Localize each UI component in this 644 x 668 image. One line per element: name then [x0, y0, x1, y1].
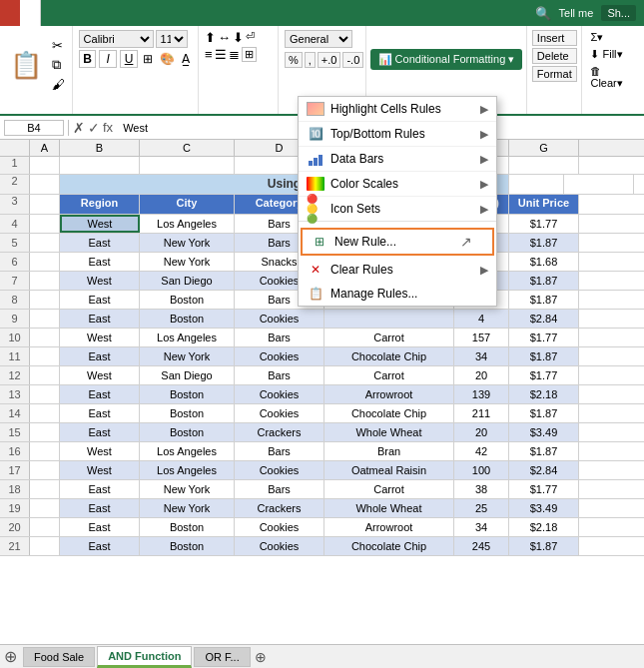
- cell[interactable]: $1.77: [509, 366, 579, 384]
- cell[interactable]: Chocolate Chip: [324, 347, 454, 365]
- tab-file[interactable]: [0, 0, 20, 26]
- cell[interactable]: [30, 347, 60, 365]
- cell[interactable]: Whole Wheat: [324, 423, 454, 441]
- cell-header-city[interactable]: City: [140, 195, 235, 214]
- cell[interactable]: New York: [140, 480, 235, 498]
- cell[interactable]: $2.84: [509, 310, 579, 328]
- wrap-text-button[interactable]: ⏎: [246, 30, 255, 45]
- cell[interactable]: 25: [454, 499, 509, 517]
- cell[interactable]: [30, 310, 60, 328]
- font-size-select[interactable]: 11: [156, 30, 188, 48]
- conditional-formatting-menu[interactable]: Highlight Cells Rules ▶ 🔟 Top/Bottom Rul…: [298, 96, 497, 307]
- cell[interactable]: $3.49: [509, 423, 579, 441]
- cell[interactable]: [30, 442, 60, 460]
- tab-insert[interactable]: [41, 0, 61, 26]
- cell[interactable]: [140, 157, 235, 174]
- cell[interactable]: Whole Wheat: [324, 499, 454, 517]
- cell[interactable]: New York: [140, 253, 235, 271]
- cell[interactable]: Bars: [235, 480, 324, 498]
- align-center-button[interactable]: ☰: [215, 47, 227, 62]
- tab-help[interactable]: [181, 0, 201, 26]
- cancel-formula-icon[interactable]: ✗: [73, 120, 85, 136]
- cell[interactable]: [30, 215, 60, 233]
- cell[interactable]: 34: [454, 518, 509, 536]
- cell[interactable]: 211: [454, 404, 509, 422]
- tab-view[interactable]: [141, 0, 161, 26]
- cell[interactable]: 245: [454, 537, 509, 555]
- sheet-tab-food-sale[interactable]: Food Sale: [23, 647, 95, 667]
- font-color-button[interactable]: A̲: [180, 52, 192, 66]
- delete-cells-button[interactable]: Delete: [532, 48, 577, 64]
- cell[interactable]: $1.87: [509, 234, 579, 252]
- cell[interactable]: West: [60, 215, 140, 233]
- col-header-c[interactable]: C: [140, 140, 235, 156]
- cell[interactable]: West: [60, 442, 140, 460]
- cell[interactable]: $1.77: [509, 480, 579, 498]
- cell[interactable]: Cookies: [235, 537, 324, 555]
- cell[interactable]: Cookies: [235, 385, 324, 403]
- cell[interactable]: [30, 480, 60, 498]
- cell[interactable]: Carrot: [324, 329, 454, 346]
- cell[interactable]: $2.18: [509, 518, 579, 536]
- tab-develop[interactable]: [161, 0, 181, 26]
- cell[interactable]: $1.87: [509, 537, 579, 555]
- cell[interactable]: $2.18: [509, 385, 579, 403]
- cell[interactable]: [30, 195, 60, 214]
- merge-button[interactable]: ⊞: [242, 47, 257, 62]
- col-header-b[interactable]: B: [60, 140, 140, 156]
- cell[interactable]: East: [60, 537, 140, 555]
- cell[interactable]: East: [60, 423, 140, 441]
- menu-item-clear-rules[interactable]: ✕ Clear Rules ▶: [299, 258, 496, 282]
- cell[interactable]: [30, 423, 60, 441]
- cell[interactable]: [564, 175, 634, 194]
- cell[interactable]: San Diego: [140, 366, 235, 384]
- align-bottom-button[interactable]: ⬇: [233, 30, 244, 45]
- cell[interactable]: [324, 310, 454, 328]
- cell[interactable]: 20: [454, 423, 509, 441]
- cell[interactable]: [30, 537, 60, 555]
- paste-button[interactable]: 📋: [6, 50, 46, 80]
- cell[interactable]: [30, 234, 60, 252]
- cell[interactable]: 20: [454, 366, 509, 384]
- cell[interactable]: [509, 175, 564, 194]
- cell[interactable]: $2.84: [509, 461, 579, 479]
- cell[interactable]: [60, 157, 140, 174]
- cell[interactable]: $1.87: [509, 291, 579, 309]
- cell[interactable]: Cookies: [235, 404, 324, 422]
- cell[interactable]: New York: [140, 499, 235, 517]
- border-button[interactable]: ⊞: [141, 52, 155, 66]
- cell[interactable]: 157: [454, 329, 509, 346]
- tab-formula[interactable]: [81, 0, 101, 26]
- cell[interactable]: $3.49: [509, 499, 579, 517]
- cell[interactable]: East: [60, 480, 140, 498]
- menu-item-manage-rules[interactable]: 📋 Manage Rules...: [299, 282, 496, 306]
- italic-button[interactable]: I: [99, 50, 117, 68]
- cell[interactable]: Cookies: [235, 347, 324, 365]
- col-header-g[interactable]: G: [509, 140, 579, 156]
- menu-item-new-rule[interactable]: ⊞ New Rule... ↗: [301, 228, 494, 256]
- cell[interactable]: West: [60, 461, 140, 479]
- conditional-formatting-button[interactable]: 📊 Conditional Formatting ▾: [370, 49, 523, 70]
- cell[interactable]: $1.68: [509, 253, 579, 271]
- add-sheet-button[interactable]: ⊕: [4, 647, 17, 666]
- menu-item-highlight-cells[interactable]: Highlight Cells Rules ▶: [299, 97, 496, 122]
- bold-button[interactable]: B: [79, 50, 97, 68]
- copy-button[interactable]: ⧉: [50, 56, 67, 74]
- comma-button[interactable]: ,: [305, 52, 316, 68]
- cell[interactable]: [30, 366, 60, 384]
- cell[interactable]: Boston: [140, 518, 235, 536]
- align-left-button[interactable]: ≡: [205, 47, 213, 62]
- cell[interactable]: Chocolate Chip: [324, 404, 454, 422]
- cell[interactable]: Carrot: [324, 480, 454, 498]
- cell[interactable]: West: [60, 329, 140, 346]
- menu-item-data-bars[interactable]: Data Bars ▶: [299, 147, 496, 172]
- cell[interactable]: East: [60, 253, 140, 271]
- cell[interactable]: East: [60, 310, 140, 328]
- cell[interactable]: Chocolate Chip: [324, 537, 454, 555]
- align-right-button[interactable]: ≣: [229, 47, 240, 62]
- cell[interactable]: Crackers: [235, 499, 324, 517]
- cell[interactable]: East: [60, 291, 140, 309]
- cell[interactable]: New York: [140, 234, 235, 252]
- cell[interactable]: 100: [454, 461, 509, 479]
- cell[interactable]: Boston: [140, 537, 235, 555]
